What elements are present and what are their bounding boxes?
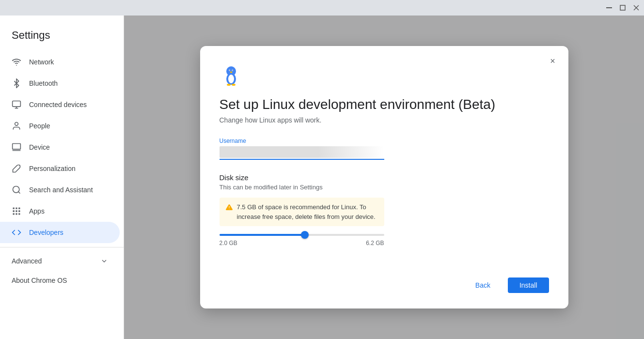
- close-window-button[interactable]: [632, 4, 640, 12]
- code-icon: [12, 228, 21, 237]
- svg-point-27: [230, 71, 232, 73]
- laptop-icon: [12, 142, 21, 152]
- username-label: Username: [220, 138, 549, 144]
- sidebar-item-search-assistant[interactable]: Search and Assistant: [0, 179, 120, 200]
- sidebar-item-apps[interactable]: Apps: [0, 200, 120, 222]
- person-icon: [12, 121, 21, 131]
- svg-rect-9: [13, 144, 21, 150]
- sidebar-item-people[interactable]: People: [0, 115, 120, 137]
- app-window: Settings Network Bluetooth: [0, 15, 644, 339]
- maximize-button[interactable]: [619, 4, 627, 12]
- username-underline: [220, 159, 384, 160]
- svg-rect-17: [18, 210, 20, 212]
- sidebar-item-developers-label: Developers: [29, 229, 63, 236]
- linux-logo: [220, 65, 243, 89]
- sidebar-item-personalization-label: Personalization: [29, 165, 76, 172]
- main-content: ×: [124, 15, 644, 339]
- svg-rect-1: [620, 5, 625, 10]
- slider-fill: [220, 234, 305, 236]
- sidebar: Settings Network Bluetooth: [0, 15, 124, 339]
- warning-icon: [225, 203, 233, 211]
- svg-rect-18: [13, 213, 15, 215]
- sidebar-item-network-label: Network: [29, 58, 54, 66]
- svg-rect-13: [16, 208, 17, 209]
- sidebar-item-connected-devices-label: Connected devices: [29, 101, 87, 108]
- sidebar-divider: [0, 247, 124, 247]
- svg-point-31: [232, 84, 236, 86]
- devices-icon: [12, 100, 21, 109]
- sidebar-item-device-label: Device: [29, 143, 50, 151]
- svg-point-25: [229, 70, 230, 71]
- sidebar-title: Settings: [0, 23, 124, 51]
- slider-labels: 2.0 GB 6.2 GB: [220, 240, 384, 247]
- dialog-backdrop: ×: [124, 15, 644, 339]
- dialog-close-button[interactable]: ×: [545, 54, 561, 69]
- title-bar: [0, 0, 644, 15]
- svg-line-11: [18, 192, 20, 194]
- dialog-title: Set up Linux development environment (Be…: [220, 96, 549, 113]
- svg-rect-12: [13, 208, 15, 209]
- svg-rect-0: [606, 7, 612, 8]
- svg-point-30: [227, 84, 231, 86]
- disk-size-warning: 7.5 GB of space is recommended for Linux…: [220, 198, 384, 226]
- sidebar-item-developers[interactable]: Developers: [0, 222, 120, 243]
- apps-icon: [12, 206, 21, 216]
- disk-size-section: Disk size This can be modified later in …: [220, 173, 549, 247]
- sidebar-item-advanced-label: Advanced: [12, 257, 42, 265]
- svg-rect-20: [18, 213, 20, 215]
- bluetooth-icon: [12, 78, 21, 88]
- svg-rect-14: [18, 208, 20, 209]
- sidebar-item-people-label: People: [29, 122, 50, 130]
- disk-warning-text: 7.5 GB of space is recommended for Linux…: [237, 202, 378, 221]
- slider-thumb[interactable]: [301, 231, 309, 239]
- username-field-wrap: Username: [220, 138, 549, 160]
- slider-max-label: 6.2 GB: [366, 240, 384, 247]
- sidebar-item-bluetooth[interactable]: Bluetooth: [0, 73, 120, 94]
- disk-size-title: Disk size: [220, 173, 549, 182]
- sidebar-item-connected-devices[interactable]: Connected devices: [0, 94, 120, 115]
- sidebar-item-about[interactable]: About Chrome OS: [0, 271, 120, 290]
- sidebar-item-search-assistant-label: Search and Assistant: [29, 186, 93, 194]
- back-button[interactable]: Back: [464, 277, 502, 293]
- sidebar-item-network[interactable]: Network: [0, 51, 120, 73]
- sidebar-item-advanced[interactable]: Advanced: [0, 251, 120, 271]
- sidebar-item-about-label: About Chrome OS: [12, 277, 67, 284]
- sidebar-item-bluetooth-label: Bluetooth: [29, 79, 58, 87]
- disk-size-subtitle: This can be modified later in Settings: [220, 184, 549, 191]
- sidebar-item-personalization[interactable]: Personalization: [0, 158, 120, 179]
- svg-rect-5: [13, 101, 21, 107]
- svg-point-26: [232, 70, 233, 71]
- username-blur-overlay: [220, 146, 384, 158]
- slider-track: [220, 234, 384, 236]
- chevron-down-icon: [100, 257, 108, 265]
- minimize-button[interactable]: [605, 4, 613, 12]
- disk-size-slider-wrap: 2.0 GB 6.2 GB: [220, 234, 384, 247]
- dialog-footer: Back Install: [220, 270, 549, 293]
- search-icon: [12, 185, 21, 195]
- wifi-icon: [12, 57, 21, 67]
- dialog: ×: [200, 46, 568, 309]
- sidebar-item-apps-label: Apps: [29, 207, 45, 215]
- dialog-subtitle: Change how Linux apps will work.: [220, 116, 549, 124]
- brush-icon: [12, 164, 21, 173]
- svg-rect-19: [16, 213, 17, 215]
- svg-rect-15: [13, 210, 15, 212]
- sidebar-item-device[interactable]: Device: [0, 137, 120, 158]
- svg-point-33: [229, 209, 229, 209]
- slider-min-label: 2.0 GB: [220, 240, 237, 247]
- svg-point-8: [15, 123, 18, 126]
- svg-point-4: [16, 65, 17, 66]
- svg-point-29: [228, 75, 234, 83]
- svg-point-10: [13, 186, 19, 193]
- install-button[interactable]: Install: [508, 277, 549, 293]
- svg-rect-16: [16, 210, 17, 212]
